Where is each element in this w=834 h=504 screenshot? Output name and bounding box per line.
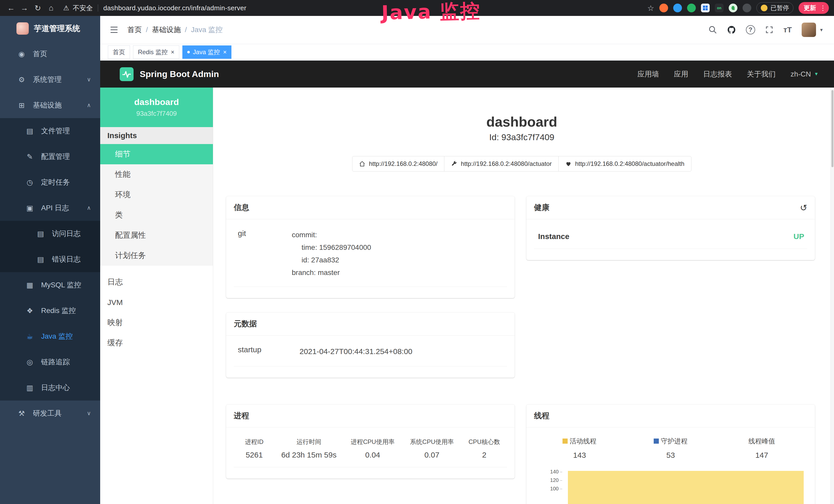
history-icon[interactable]: ↺ [800, 203, 808, 213]
sba-logo-icon [120, 67, 134, 81]
extension-icon-leaf[interactable] [729, 4, 738, 12]
card-title: 元数据 [226, 313, 515, 336]
sba-brand-title: Spring Boot Admin [140, 69, 219, 79]
extension-icon-blue-drop[interactable] [673, 4, 682, 12]
legend-swatch-yellow [563, 438, 568, 444]
sidebar-item-java-monitor[interactable]: ☕ Java 监控 [0, 323, 100, 349]
sidebar-item-label: 日志中心 [41, 383, 70, 393]
extension-icon-on-switch[interactable]: on [715, 4, 724, 12]
process-value-row: 5261 6d 23h 15m 59s 0.04 0.07 2 [234, 451, 507, 459]
breadcrumb-infrastructure[interactable]: 基础设施 [152, 25, 181, 35]
extension-icon-dark[interactable] [743, 4, 751, 12]
sba-item-scheduled-tasks[interactable]: 计划任务 [100, 246, 213, 266]
sidebar-item-label: 文件管理 [41, 126, 70, 136]
sba-section-insights[interactable]: Insights [100, 127, 213, 144]
update-button[interactable]: 更新 ⋮ [798, 2, 829, 14]
page-subtitle: Id: 93a3fc7f7409 [213, 132, 830, 142]
sidebar-item-label: 错误日志 [52, 254, 81, 264]
sba-item-jvm[interactable]: JVM [100, 292, 213, 313]
tab-redis-monitor[interactable]: Redis 监控 × [133, 45, 179, 59]
header-actions: ? тT ▾ [708, 23, 823, 37]
scrollbar[interactable] [830, 88, 834, 504]
info-row: git commit: time: 1596289704000 id: 27aa… [234, 229, 507, 287]
help-icon[interactable]: ? [746, 25, 755, 35]
java-icon: ☕ [25, 332, 35, 341]
kebab-menu-icon[interactable]: ⋮ [820, 4, 826, 12]
sidebar-item-file-management[interactable]: ▤ 文件管理 [0, 118, 100, 144]
sidebar-item-trace[interactable]: ◎ 链路追踪 [0, 349, 100, 375]
sidebar-item-config-management[interactable]: ✎ 配置管理 [0, 144, 100, 169]
info-line: commit: [292, 231, 317, 239]
caret-down-icon: ▼ [814, 71, 818, 77]
font-size-icon[interactable]: тT [784, 25, 792, 34]
sidebar-item-mysql-monitor[interactable]: ▦ MySQL 监控 [0, 272, 100, 298]
search-icon[interactable] [708, 25, 717, 34]
extension-icon-orange[interactable] [659, 4, 668, 12]
instance-header[interactable]: dashboard 93a3fc7f7409 [100, 88, 213, 127]
bookmark-star-icon[interactable]: ☆ [647, 4, 654, 13]
github-icon[interactable] [727, 25, 736, 35]
address-bar[interactable]: ⚠ 不安全 dashboard.yudao.iocoder.cn/infra/a… [63, 4, 246, 13]
paused-badge[interactable]: 已暂停 [756, 2, 793, 14]
sba-item-caches[interactable]: 缓存 [100, 333, 213, 353]
info-value: commit: time: 1596289704000 id: 27aa832 … [292, 229, 504, 279]
sba-item-performance[interactable]: 性能 [100, 164, 213, 185]
sba-nav-journal[interactable]: 日志报表 [703, 69, 732, 79]
y-axis-tick: 100 [542, 486, 562, 492]
sidebar-item-scheduled-jobs[interactable]: ◷ 定时任务 [0, 169, 100, 195]
sidebar-item-error-logs[interactable]: ▤ 错误日志 [0, 247, 100, 272]
card-title: 进程 [226, 404, 515, 428]
process-header-row: 进程ID 运行时间 进程CPU使用率 系统CPU使用率 CPU核心数 [234, 438, 507, 446]
sba-item-logs[interactable]: 日志 [100, 272, 213, 292]
sidebar-item-infrastructure[interactable]: ⊞ 基础设施 ∧ [0, 92, 100, 118]
url-text: dashboard.yudao.iocoder.cn/infra/admin-s… [103, 4, 246, 12]
tab-home[interactable]: 首页 [108, 45, 130, 59]
home-icon: ◉ [17, 50, 26, 58]
sidebar-item-access-logs[interactable]: ▤ 访问日志 [0, 221, 100, 247]
sidebar-item-home[interactable]: ◉ 首页 [0, 41, 100, 67]
sidebar-item-redis-monitor[interactable]: ❖ Redis 监控 [0, 298, 100, 323]
avatar[interactable] [802, 23, 816, 37]
threads-legend: 活动线程 143 守护进程 53 [534, 437, 807, 460]
sba-item-details[interactable]: 细节 [100, 144, 213, 164]
legend-peak: 线程峰值 147 [716, 437, 807, 460]
sba-item-classes[interactable]: 类 [100, 205, 213, 225]
instance-link-actuator[interactable]: http://192.168.0.2:48080/actuator [444, 156, 559, 171]
home-icon[interactable]: ⌂ [45, 2, 57, 14]
sidebar-item-api-logs[interactable]: ▣ API 日志 ∧ [0, 195, 100, 221]
forward-icon[interactable]: → [19, 2, 30, 14]
cell-value: 0.04 [343, 451, 402, 459]
sba-header: Spring Boot Admin 应用墙 应用 日志报表 关于我们 zh-CN… [100, 61, 834, 88]
sba-nav-wallboard[interactable]: 应用墙 [637, 69, 659, 79]
instance-link-home[interactable]: http://192.168.0.2:48080/ [352, 156, 444, 171]
sba-item-config-props[interactable]: 配置属性 [100, 225, 213, 246]
reload-icon[interactable]: ↻ [32, 2, 44, 14]
chevron-down-icon: ∨ [87, 76, 91, 83]
extension-icon-green[interactable] [687, 4, 696, 12]
sba-nav-about[interactable]: 关于我们 [747, 69, 776, 79]
doc-icon: ▤ [36, 230, 45, 238]
scrollbar-thumb[interactable] [831, 90, 833, 167]
fullscreen-icon[interactable] [765, 25, 774, 34]
sidebar-item-log-center[interactable]: ▥ 日志中心 [0, 375, 100, 400]
locale-selector[interactable]: zh-CN ▼ [791, 70, 818, 78]
sba-item-mappings[interactable]: 映射 [100, 313, 213, 333]
sba-nav-applications[interactable]: 应用 [674, 69, 688, 79]
hamburger-icon[interactable] [109, 25, 119, 35]
close-icon[interactable]: × [171, 49, 174, 55]
sidebar-item-system-management[interactable]: ⚙ 系统管理 ∨ [0, 67, 100, 92]
cell-value: 5261 [234, 451, 275, 459]
sidebar-item-dev-tools[interactable]: ⚒ 研发工具 ∨ [0, 400, 100, 426]
instance-link-health[interactable]: http://192.168.0.2:48080/actuator/health [558, 156, 692, 171]
extension-icon-grid[interactable] [701, 4, 710, 12]
sba-nav: 应用墙 应用 日志报表 关于我们 zh-CN ▼ [637, 69, 818, 79]
back-icon[interactable]: ← [5, 2, 17, 14]
close-icon[interactable]: × [223, 49, 226, 55]
breadcrumb-home[interactable]: 首页 [127, 25, 142, 35]
app-logo[interactable]: 芋道管理系统 [0, 16, 100, 41]
sba-item-environment[interactable]: 环境 [100, 185, 213, 205]
gear-icon: ⚙ [17, 75, 26, 84]
tab-java-monitor[interactable]: Java 监控 × [182, 45, 232, 59]
app-title: 芋道管理系统 [34, 23, 80, 34]
edit-icon: ✎ [25, 153, 35, 161]
